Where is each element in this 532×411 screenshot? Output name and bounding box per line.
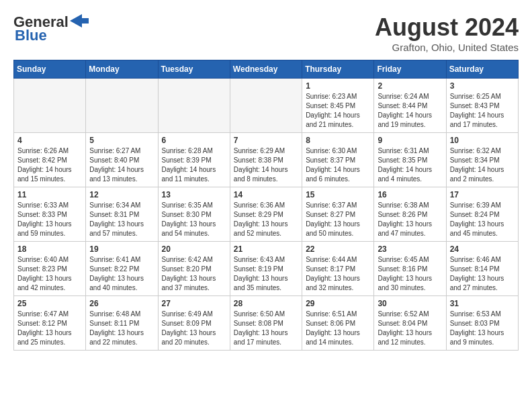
calendar-cell: 21Sunrise: 6:43 AM Sunset: 8:19 PM Dayli… (230, 242, 302, 296)
weekday-header-tuesday: Tuesday (158, 60, 230, 79)
calendar-cell: 8Sunrise: 6:30 AM Sunset: 8:37 PM Daylig… (302, 133, 374, 187)
cell-daylight-info: Sunrise: 6:32 AM Sunset: 8:34 PM Dayligh… (450, 146, 515, 184)
cell-daylight-info: Sunrise: 6:49 AM Sunset: 8:09 PM Dayligh… (162, 310, 226, 347)
calendar-cell: 4Sunrise: 6:26 AM Sunset: 8:42 PM Daylig… (14, 133, 86, 187)
calendar-cell: 3Sunrise: 6:25 AM Sunset: 8:43 PM Daylig… (446, 79, 518, 133)
cell-daylight-info: Sunrise: 6:47 AM Sunset: 8:12 PM Dayligh… (17, 310, 82, 347)
cell-daylight-info: Sunrise: 6:28 AM Sunset: 8:39 PM Dayligh… (162, 146, 226, 184)
calendar-cell (158, 79, 230, 133)
day-number: 16 (378, 190, 442, 199)
cell-daylight-info: Sunrise: 6:52 AM Sunset: 8:04 PM Dayligh… (378, 310, 442, 347)
cell-daylight-info: Sunrise: 6:41 AM Sunset: 8:22 PM Dayligh… (89, 255, 154, 293)
calendar-cell: 30Sunrise: 6:52 AM Sunset: 8:04 PM Dayli… (374, 296, 446, 351)
calendar-cell: 11Sunrise: 6:33 AM Sunset: 8:33 PM Dayli… (14, 187, 86, 242)
calendar-cell: 22Sunrise: 6:44 AM Sunset: 8:17 PM Dayli… (302, 242, 374, 296)
weekday-header-sunday: Sunday (14, 60, 86, 79)
cell-daylight-info: Sunrise: 6:48 AM Sunset: 8:11 PM Dayligh… (89, 310, 154, 347)
calendar-week-row: 25Sunrise: 6:47 AM Sunset: 8:12 PM Dayli… (14, 296, 519, 351)
day-number: 10 (450, 136, 515, 145)
cell-daylight-info: Sunrise: 6:42 AM Sunset: 8:20 PM Dayligh… (162, 255, 226, 293)
svg-marker-0 (70, 14, 89, 28)
day-number: 3 (450, 81, 515, 91)
calendar-cell: 17Sunrise: 6:39 AM Sunset: 8:24 PM Dayli… (446, 187, 518, 242)
calendar-cell: 6Sunrise: 6:28 AM Sunset: 8:39 PM Daylig… (158, 133, 230, 187)
weekday-header-thursday: Thursday (302, 60, 374, 79)
day-number: 26 (89, 299, 154, 308)
calendar-cell: 16Sunrise: 6:38 AM Sunset: 8:26 PM Dayli… (374, 187, 446, 242)
calendar-week-row: 11Sunrise: 6:33 AM Sunset: 8:33 PM Dayli… (14, 187, 519, 242)
day-number: 20 (162, 244, 226, 254)
calendar-week-row: 1Sunrise: 6:23 AM Sunset: 8:45 PM Daylig… (14, 79, 519, 133)
cell-daylight-info: Sunrise: 6:24 AM Sunset: 8:44 PM Dayligh… (378, 92, 442, 130)
day-number: 7 (234, 136, 298, 145)
cell-daylight-info: Sunrise: 6:23 AM Sunset: 8:45 PM Dayligh… (306, 92, 370, 130)
day-number: 1 (306, 81, 370, 91)
cell-daylight-info: Sunrise: 6:33 AM Sunset: 8:33 PM Dayligh… (17, 201, 82, 238)
cell-daylight-info: Sunrise: 6:51 AM Sunset: 8:06 PM Dayligh… (306, 310, 370, 347)
day-number: 29 (306, 299, 370, 308)
calendar-cell (86, 79, 158, 133)
calendar-cell: 5Sunrise: 6:27 AM Sunset: 8:40 PM Daylig… (86, 133, 158, 187)
cell-daylight-info: Sunrise: 6:27 AM Sunset: 8:40 PM Dayligh… (89, 146, 154, 184)
day-number: 12 (89, 190, 154, 199)
day-number: 14 (234, 190, 298, 199)
day-number: 2 (378, 81, 442, 91)
day-number: 15 (306, 190, 370, 199)
logo-arrow-icon (70, 14, 89, 28)
calendar-cell: 7Sunrise: 6:29 AM Sunset: 8:38 PM Daylig… (230, 133, 302, 187)
cell-daylight-info: Sunrise: 6:31 AM Sunset: 8:35 PM Dayligh… (378, 146, 442, 184)
calendar-cell: 14Sunrise: 6:36 AM Sunset: 8:29 PM Dayli… (230, 187, 302, 242)
day-number: 27 (162, 299, 226, 308)
day-number: 6 (162, 136, 226, 145)
day-number: 19 (89, 244, 154, 254)
calendar-cell: 25Sunrise: 6:47 AM Sunset: 8:12 PM Dayli… (14, 296, 86, 351)
cell-daylight-info: Sunrise: 6:36 AM Sunset: 8:29 PM Dayligh… (234, 201, 298, 238)
logo-blue-text: Blue (15, 27, 47, 44)
cell-daylight-info: Sunrise: 6:30 AM Sunset: 8:37 PM Dayligh… (306, 146, 370, 184)
title-block: August 2024 Grafton, Ohio, United States (375, 13, 519, 53)
cell-daylight-info: Sunrise: 6:39 AM Sunset: 8:24 PM Dayligh… (450, 201, 515, 238)
day-number: 23 (378, 244, 442, 254)
calendar-header-row: SundayMondayTuesdayWednesdayThursdayFrid… (14, 60, 519, 79)
calendar-cell: 31Sunrise: 6:53 AM Sunset: 8:03 PM Dayli… (446, 296, 518, 351)
calendar-cell: 9Sunrise: 6:31 AM Sunset: 8:35 PM Daylig… (374, 133, 446, 187)
calendar-table: SundayMondayTuesdayWednesdayThursdayFrid… (13, 60, 519, 351)
day-number: 11 (17, 190, 82, 199)
day-number: 24 (450, 244, 515, 254)
cell-daylight-info: Sunrise: 6:53 AM Sunset: 8:03 PM Dayligh… (450, 310, 515, 347)
cell-daylight-info: Sunrise: 6:34 AM Sunset: 8:31 PM Dayligh… (89, 201, 154, 238)
weekday-header-friday: Friday (374, 60, 446, 79)
day-number: 28 (234, 299, 298, 308)
cell-daylight-info: Sunrise: 6:37 AM Sunset: 8:27 PM Dayligh… (306, 201, 370, 238)
day-number: 9 (378, 136, 442, 145)
calendar-cell: 20Sunrise: 6:42 AM Sunset: 8:20 PM Dayli… (158, 242, 230, 296)
month-year-title: August 2024 (375, 13, 519, 42)
calendar-week-row: 18Sunrise: 6:40 AM Sunset: 8:23 PM Dayli… (14, 242, 519, 296)
day-number: 4 (17, 136, 82, 145)
day-number: 5 (89, 136, 154, 145)
calendar-cell: 27Sunrise: 6:49 AM Sunset: 8:09 PM Dayli… (158, 296, 230, 351)
calendar-cell: 29Sunrise: 6:51 AM Sunset: 8:06 PM Dayli… (302, 296, 374, 351)
calendar-cell: 15Sunrise: 6:37 AM Sunset: 8:27 PM Dayli… (302, 187, 374, 242)
day-number: 21 (234, 244, 298, 254)
weekday-header-wednesday: Wednesday (230, 60, 302, 79)
calendar-cell: 2Sunrise: 6:24 AM Sunset: 8:44 PM Daylig… (374, 79, 446, 133)
day-number: 22 (306, 244, 370, 254)
page-header: General Blue August 2024 Grafton, Ohio, … (13, 13, 519, 53)
cell-daylight-info: Sunrise: 6:40 AM Sunset: 8:23 PM Dayligh… (17, 255, 82, 293)
calendar-cell (230, 79, 302, 133)
calendar-week-row: 4Sunrise: 6:26 AM Sunset: 8:42 PM Daylig… (14, 133, 519, 187)
cell-daylight-info: Sunrise: 6:26 AM Sunset: 8:42 PM Dayligh… (17, 146, 82, 184)
cell-daylight-info: Sunrise: 6:44 AM Sunset: 8:17 PM Dayligh… (306, 255, 370, 293)
cell-daylight-info: Sunrise: 6:46 AM Sunset: 8:14 PM Dayligh… (450, 255, 515, 293)
cell-daylight-info: Sunrise: 6:45 AM Sunset: 8:16 PM Dayligh… (378, 255, 442, 293)
cell-daylight-info: Sunrise: 6:25 AM Sunset: 8:43 PM Dayligh… (450, 92, 515, 130)
day-number: 8 (306, 136, 370, 145)
calendar-cell: 28Sunrise: 6:50 AM Sunset: 8:08 PM Dayli… (230, 296, 302, 351)
calendar-cell (14, 79, 86, 133)
day-number: 30 (378, 299, 442, 308)
cell-daylight-info: Sunrise: 6:35 AM Sunset: 8:30 PM Dayligh… (162, 201, 226, 238)
weekday-header-monday: Monday (86, 60, 158, 79)
cell-daylight-info: Sunrise: 6:43 AM Sunset: 8:19 PM Dayligh… (234, 255, 298, 293)
location-subtitle: Grafton, Ohio, United States (375, 42, 519, 53)
